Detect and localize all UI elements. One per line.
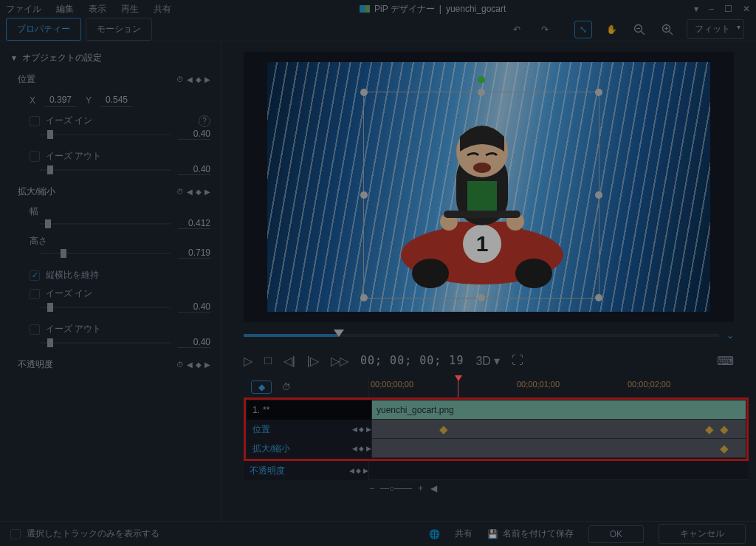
y-value[interactable]: 0.545 bbox=[100, 93, 133, 107]
resize-handle[interactable] bbox=[478, 89, 485, 96]
menu-share[interactable]: 共有 bbox=[154, 3, 171, 16]
resize-handle[interactable] bbox=[595, 191, 602, 199]
resize-handle[interactable] bbox=[360, 294, 368, 301]
ok-button[interactable]: OK bbox=[588, 525, 644, 543]
tab-property[interactable]: プロパティー bbox=[6, 18, 81, 41]
stopwatch-view-icon[interactable]: ⏱ bbox=[282, 382, 291, 392]
scale-ease-in-slider[interactable] bbox=[40, 307, 171, 308]
keep-aspect-checkbox[interactable] bbox=[30, 270, 40, 281]
clip-track-label[interactable]: 1. ** bbox=[247, 400, 372, 420]
position-kf-controls[interactable]: ◀ ◆ ▶ bbox=[352, 426, 371, 433]
help-icon[interactable]: ? bbox=[199, 115, 210, 127]
position-track-label[interactable]: 位置 ◀ ◆ ▶ bbox=[247, 420, 372, 439]
position-lane[interactable] bbox=[372, 420, 746, 439]
window-close-icon[interactable]: ✕ bbox=[743, 4, 750, 14]
timecode-display[interactable]: 00; 00; 00; 19 bbox=[360, 354, 464, 367]
add-keyframe-icon[interactable]: ◆ bbox=[196, 361, 202, 369]
zoom-in-timeline-icon[interactable]: + bbox=[418, 483, 423, 494]
stopwatch-icon[interactable]: ⏱ bbox=[176, 75, 184, 83]
zoom-in-icon[interactable] bbox=[659, 21, 676, 38]
undo-icon[interactable]: ↶ bbox=[508, 21, 526, 38]
resize-handle[interactable] bbox=[478, 294, 485, 301]
ease-out-checkbox[interactable] bbox=[30, 151, 40, 162]
opacity-kf-controls[interactable]: ◀ ◆ ▶ bbox=[349, 467, 368, 474]
next-keyframe-icon[interactable]: ▶ bbox=[205, 75, 210, 83]
show-selected-only-checkbox[interactable] bbox=[10, 529, 21, 539]
next-keyframe-icon[interactable]: ▶ bbox=[205, 188, 210, 196]
zoom-slider[interactable]: —○—— bbox=[380, 483, 412, 494]
menu-edit[interactable]: 編集 bbox=[56, 3, 74, 16]
resize-handle[interactable] bbox=[360, 191, 368, 199]
scale-ease-out-checkbox[interactable] bbox=[30, 324, 40, 335]
timeline-playhead[interactable] bbox=[458, 377, 458, 397]
scale-track-label[interactable]: 拡大/縮小 ◀ ◆ ▶ bbox=[247, 439, 372, 458]
keyframe-diamond[interactable] bbox=[439, 426, 447, 434]
menu-file[interactable]: ファイル bbox=[6, 3, 41, 16]
add-keyframe-icon[interactable]: ◆ bbox=[196, 188, 202, 196]
scale-ease-in-checkbox[interactable] bbox=[30, 289, 40, 299]
expand-icon[interactable]: ⌄ bbox=[726, 330, 734, 341]
ease-out-value[interactable]: 0.40 bbox=[178, 164, 210, 175]
window-minimize-icon[interactable]: – bbox=[709, 4, 714, 14]
width-slider[interactable] bbox=[40, 223, 171, 225]
scale-ease-in-value[interactable]: 0.40 bbox=[178, 301, 210, 313]
opacity-track-label[interactable]: 不透明度 ◀ ◆ ▶ bbox=[244, 461, 369, 480]
timeline-ruler[interactable]: 00;00;00;00 00;00;01;00 00;00;02;00 bbox=[369, 377, 749, 397]
keyframe-diamond[interactable] bbox=[720, 445, 728, 453]
window-maximize-icon[interactable]: ☐ bbox=[724, 4, 732, 14]
three-d-toggle[interactable]: 3D ▾ bbox=[475, 354, 500, 368]
save-as-button[interactable]: 💾 名前を付けて保存 bbox=[487, 528, 574, 540]
height-value[interactable]: 0.719 bbox=[178, 248, 210, 259]
redo-icon[interactable]: ↷ bbox=[536, 21, 554, 38]
prev-keyframe-icon[interactable]: ◀ bbox=[187, 361, 193, 369]
menu-play[interactable]: 再生 bbox=[121, 3, 139, 16]
scale-kf-controls[interactable]: ◀ ◆ ▶ bbox=[352, 445, 371, 452]
width-value[interactable]: 0.412 bbox=[178, 218, 210, 229]
keyframe-diamond[interactable] bbox=[705, 426, 713, 434]
resize-handle[interactable] bbox=[595, 294, 602, 301]
scale-ease-out-slider[interactable] bbox=[40, 342, 171, 344]
opacity-lane[interactable] bbox=[369, 461, 749, 480]
preview-canvas[interactable]: 1 bbox=[267, 62, 710, 312]
move-tool-icon[interactable]: ⤡ bbox=[574, 21, 592, 38]
keyboard-icon[interactable]: ⌨ bbox=[717, 354, 734, 368]
tab-motion[interactable]: モーション bbox=[86, 18, 152, 41]
menu-view[interactable]: 表示 bbox=[89, 3, 106, 16]
scroll-left-icon[interactable]: ◀ bbox=[430, 483, 437, 494]
add-keyframe-icon[interactable]: ◆ bbox=[196, 75, 202, 83]
stopwatch-icon[interactable]: ⏱ bbox=[176, 361, 184, 369]
globe-icon[interactable]: 🌐 bbox=[429, 529, 440, 539]
hand-tool-icon[interactable]: ✋ bbox=[602, 21, 620, 38]
prev-keyframe-icon[interactable]: ◀ bbox=[187, 75, 193, 83]
stopwatch-icon[interactable]: ⏱ bbox=[176, 188, 184, 196]
zoom-fit-dropdown[interactable]: フィット bbox=[687, 19, 744, 39]
height-slider[interactable] bbox=[40, 253, 171, 254]
scale-lane[interactable] bbox=[372, 439, 746, 458]
keyframe-diamond[interactable] bbox=[720, 426, 728, 434]
x-value[interactable]: 0.397 bbox=[44, 93, 77, 107]
stop-icon[interactable]: □ bbox=[264, 354, 272, 367]
window-dropdown-icon[interactable]: ▾ bbox=[694, 4, 698, 14]
share-button[interactable]: 共有 bbox=[455, 528, 472, 540]
fullscreen-icon[interactable]: ⛶ bbox=[512, 354, 523, 367]
zoom-out-timeline-icon[interactable]: − bbox=[369, 483, 374, 494]
next-keyframe-icon[interactable]: ▶ bbox=[205, 361, 210, 369]
object-settings-header[interactable]: ▼ オブジェクトの設定 bbox=[10, 47, 210, 69]
cancel-button[interactable]: キャンセル bbox=[659, 524, 746, 544]
ease-in-value[interactable]: 0.40 bbox=[178, 129, 210, 140]
preview-seek-bar[interactable] bbox=[244, 334, 719, 337]
resize-handle[interactable] bbox=[360, 89, 368, 96]
prev-frame-icon[interactable]: ◁| bbox=[284, 354, 295, 368]
fast-forward-icon[interactable]: ▷▷ bbox=[331, 354, 348, 368]
rotate-handle[interactable] bbox=[478, 76, 485, 83]
play-icon[interactable]: ▷ bbox=[244, 354, 252, 368]
ease-out-slider[interactable] bbox=[40, 169, 171, 171]
resize-handle[interactable] bbox=[595, 89, 602, 96]
zoom-out-icon[interactable] bbox=[630, 21, 648, 38]
clip-lane[interactable]: yuenchi_gocart.png bbox=[372, 400, 746, 420]
ease-in-checkbox[interactable] bbox=[30, 116, 40, 126]
seek-thumb[interactable] bbox=[334, 330, 344, 337]
ease-in-slider[interactable] bbox=[40, 134, 171, 135]
next-frame-icon[interactable]: |▷ bbox=[307, 354, 319, 368]
keyframe-view-icon[interactable]: ◆ bbox=[251, 381, 272, 394]
